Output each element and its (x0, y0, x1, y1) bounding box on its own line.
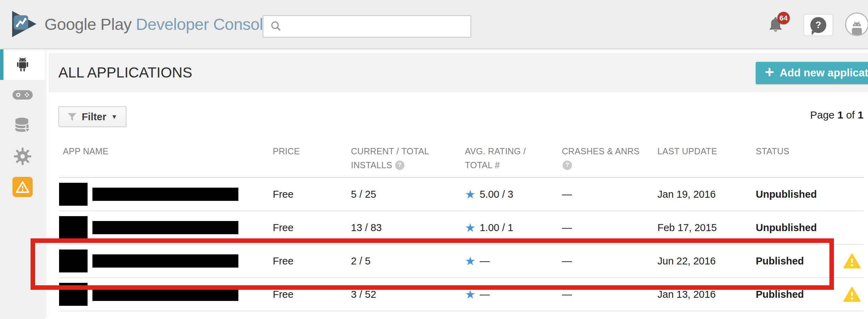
pagination: Page 1 of 1 (810, 109, 863, 121)
gear-icon (13, 147, 32, 166)
price-cell: Free (273, 189, 351, 200)
add-new-application-button[interactable]: + Add new application (756, 62, 868, 84)
rating-cell: ★ — (465, 288, 562, 300)
status-cell: Unpublished (756, 222, 840, 234)
row-warning-icon[interactable] (843, 253, 861, 269)
main-panel: ALL APPLICATIONS + Add new application F… (45, 49, 868, 319)
sidebar-item-settings[interactable] (0, 141, 45, 172)
sidebar-item-all-applications[interactable] (0, 49, 45, 80)
database-download-icon (14, 117, 32, 135)
table-row[interactable]: Free 2 / 5 ★ — — Jun 22, 2016 Published (59, 245, 864, 278)
pagination-current: 1 (837, 109, 843, 121)
warning-cell (840, 220, 864, 235)
page-title: ALL APPLICATIONS (58, 53, 192, 92)
logo-text: Google Play Developer Console (44, 15, 272, 34)
table-row[interactable]: Free 5 / 25 ★ 5.00 / 3 — Jan 19, 2016 Un… (59, 178, 864, 211)
rating-value: — (480, 255, 490, 267)
pagination-page-label: Page (810, 109, 834, 121)
column-header-price: PRICE (273, 144, 351, 177)
rating-value: 5.00 / 3 (480, 189, 513, 200)
price-cell: Free (273, 255, 351, 267)
app-name-redacted (92, 288, 238, 301)
pagination-total: 1 (858, 109, 863, 121)
app-name-cell (59, 216, 273, 239)
add-new-application-label: Add new application (780, 67, 868, 79)
last-update-cell: Jan 19, 2016 (657, 189, 756, 200)
app-name-cell (59, 183, 273, 206)
account-avatar[interactable] (845, 13, 868, 36)
table-row[interactable]: Free 3 / 52 ★ — — Jan 13, 2016 Published (59, 278, 864, 311)
help-icon: ? (810, 17, 826, 33)
last-update-cell: Jun 22, 2016 (657, 255, 756, 267)
filter-button[interactable]: Filter ▼ (58, 106, 126, 127)
page-header-banner: ALL APPLICATIONS + Add new application (49, 53, 868, 92)
google-play-developer-console: Google Play Developer Console 64 ? (0, 0, 868, 319)
logo[interactable]: Google Play Developer Console (9, 9, 272, 39)
help-circle-icon[interactable]: ? (395, 161, 404, 170)
price-cell: Free (273, 222, 351, 234)
app-icon-redacted (59, 183, 88, 206)
row-warning-icon[interactable] (843, 287, 861, 302)
caret-down-icon: ▼ (111, 113, 117, 121)
table-header: APP NAME PRICE CURRENT / TOTAL INSTALLS?… (59, 140, 864, 178)
rating-cell: ★ — (465, 255, 562, 267)
app-icon-redacted (59, 283, 88, 306)
status-cell: Published (756, 289, 840, 300)
logo-product: Developer Console (136, 15, 272, 33)
status-cell: Unpublished (756, 189, 840, 200)
search-box (263, 15, 471, 38)
app-name-redacted (92, 254, 238, 268)
sidebar-item-reports[interactable] (0, 111, 45, 141)
game-controller-icon (13, 90, 33, 100)
applications-table: APP NAME PRICE CURRENT / TOTAL INSTALLS?… (59, 140, 864, 311)
table-row[interactable]: Free 13 / 83 ★ 1.00 / 1 — Feb 17, 2015 U… (59, 211, 864, 245)
installs-cell: 3 / 52 (351, 289, 465, 300)
warning-cell (840, 253, 864, 269)
alerts-warning-icon (13, 177, 33, 197)
logo-brand: Google Play (44, 15, 132, 33)
search-icon (270, 21, 282, 32)
rating-cell: ★ 5.00 / 3 (465, 188, 562, 200)
column-header-last-update: LAST UPDATE (657, 144, 756, 177)
notifications-button[interactable]: 64 (767, 15, 791, 40)
app-name-cell (59, 250, 273, 272)
sidebar-item-game-services[interactable] (0, 80, 45, 111)
installs-cell: 5 / 25 (351, 189, 465, 200)
column-header-status: STATUS (756, 144, 840, 177)
last-update-cell: Jan 13, 2016 (657, 289, 756, 300)
column-header-rating: AVG. RATING / TOTAL # (465, 144, 562, 177)
app-name-cell (59, 283, 273, 306)
star-icon: ★ (465, 288, 475, 300)
warning-cell (840, 287, 864, 302)
star-icon: ★ (465, 188, 475, 200)
column-header-app-name: APP NAME (59, 144, 273, 177)
crashes-cell: — (562, 222, 657, 234)
star-icon: ★ (465, 222, 475, 234)
last-update-cell: Feb 17, 2015 (657, 222, 756, 234)
warning-cell (840, 187, 864, 202)
app-icon-redacted (59, 250, 88, 272)
notification-count-badge: 64 (777, 12, 790, 24)
sidebar (0, 49, 45, 319)
star-icon: ★ (465, 255, 475, 267)
pagination-of-label: of (846, 109, 855, 121)
price-cell: Free (273, 289, 351, 300)
sidebar-item-alerts[interactable] (0, 172, 45, 202)
rating-value: — (480, 289, 490, 300)
help-circle-icon[interactable]: ? (563, 161, 572, 170)
plus-icon: + (765, 64, 774, 80)
android-robot-icon (14, 56, 32, 74)
search-input[interactable] (263, 15, 471, 38)
rating-value: 1.00 / 1 (480, 222, 513, 234)
rating-cell: ★ 1.00 / 1 (465, 222, 562, 234)
installs-cell: 13 / 83 (351, 222, 465, 234)
google-play-logo-icon (9, 9, 39, 39)
crashes-cell: — (562, 289, 657, 300)
help-button[interactable]: ? (803, 14, 833, 36)
crashes-cell: — (562, 189, 657, 200)
help-question-mark: ? (816, 20, 821, 31)
top-bar: Google Play Developer Console 64 ? (0, 0, 868, 49)
column-header-crashes: CRASHES & ANRS ? (562, 144, 657, 177)
filter-funnel-icon (67, 113, 77, 121)
app-icon-redacted (59, 216, 88, 239)
